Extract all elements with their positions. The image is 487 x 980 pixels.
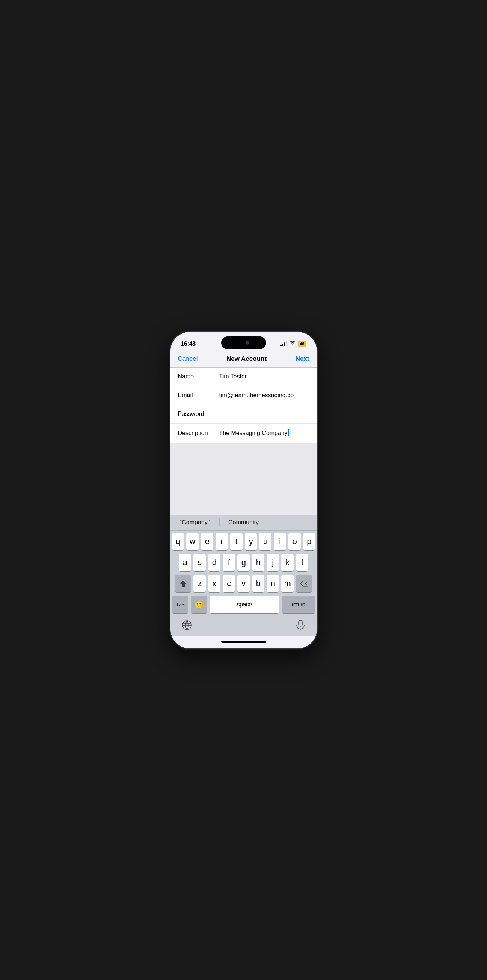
form-section: Name Tim Tester Email tim@team.themessag… — [171, 368, 317, 442]
suggestion-empty — [268, 521, 317, 524]
key-y[interactable]: y — [245, 533, 257, 550]
key-h[interactable]: h — [252, 554, 264, 571]
key-s[interactable]: s — [193, 554, 206, 571]
suggestion-company[interactable]: “Company” — [171, 517, 219, 527]
key-w[interactable]: w — [186, 533, 199, 550]
svg-rect-1 — [299, 620, 302, 626]
status-time: 16:48 — [181, 340, 196, 347]
key-row-4: 123 🙂 space return — [172, 596, 315, 613]
modal-container: Cancel New Account Next Name Tim Tester … — [171, 351, 317, 649]
dynamic-island-dot — [246, 341, 249, 345]
signal-bar-1 — [281, 345, 282, 346]
signal-bar-4 — [286, 341, 287, 346]
key-r[interactable]: r — [216, 533, 228, 550]
key-e[interactable]: e — [201, 533, 213, 550]
key-n[interactable]: n — [267, 575, 279, 592]
key-c[interactable]: c — [223, 575, 235, 592]
form-label-name: Name — [178, 373, 219, 380]
mic-icon-button[interactable] — [293, 618, 308, 633]
key-d[interactable]: d — [208, 554, 220, 571]
nav-title: New Account — [227, 355, 267, 363]
keyboard-suggestions: “Company” Community — [171, 515, 317, 531]
backspace-key[interactable] — [296, 575, 312, 592]
battery-badge: 48 — [298, 341, 306, 347]
emoji-key[interactable]: 🙂 — [191, 596, 207, 613]
form-row-email: Email tim@team.themessaging.co — [171, 386, 317, 405]
key-z[interactable]: z — [193, 575, 206, 592]
phone-screen: 16:48 48 — [171, 332, 317, 649]
key-m[interactable]: m — [281, 575, 294, 592]
phone-frame: 16:48 48 — [171, 332, 317, 649]
key-i[interactable]: i — [274, 533, 286, 550]
next-button[interactable]: Next — [295, 355, 310, 363]
cancel-button[interactable]: Cancel — [178, 355, 198, 363]
keyboard: q w e r t y u i o p a s d f g — [171, 531, 317, 616]
form-value-email[interactable]: tim@team.themessaging.co — [219, 392, 310, 399]
form-value-name[interactable]: Tim Tester — [219, 373, 310, 380]
key-u[interactable]: u — [259, 533, 271, 550]
key-row-3: z x c v b n m — [172, 575, 315, 592]
space-key[interactable]: space — [209, 596, 279, 613]
signal-bar-2 — [283, 344, 284, 346]
key-g[interactable]: g — [237, 554, 250, 571]
return-key[interactable]: return — [282, 596, 315, 613]
nav-bar: Cancel New Account Next — [171, 351, 317, 368]
key-row-2: a s d f g h j k l — [172, 554, 315, 571]
key-o[interactable]: o — [288, 533, 301, 550]
key-l[interactable]: l — [296, 554, 308, 571]
key-a[interactable]: a — [179, 554, 191, 571]
form-empty-area — [171, 442, 317, 515]
key-p[interactable]: p — [303, 533, 315, 550]
form-label-email: Email — [178, 392, 219, 399]
signal-bar-3 — [284, 342, 285, 346]
suggestion-community[interactable]: Community — [219, 517, 268, 527]
dynamic-island — [221, 336, 266, 349]
form-label-description: Description — [178, 430, 219, 437]
form-row-password: Password — [171, 405, 317, 424]
key-q[interactable]: q — [172, 533, 184, 550]
key-t[interactable]: t — [230, 533, 243, 550]
key-v[interactable]: v — [237, 575, 250, 592]
description-text: The Messaging Company — [219, 430, 287, 436]
key-b[interactable]: b — [252, 575, 264, 592]
key-k[interactable]: k — [281, 554, 294, 571]
wifi-icon — [289, 341, 295, 347]
form-value-description[interactable]: The Messaging Company — [219, 430, 310, 437]
globe-icon-button[interactable] — [179, 618, 195, 633]
form-row-description: Description The Messaging Company — [171, 424, 317, 442]
numbers-key[interactable]: 123 — [172, 596, 188, 613]
form-row-name: Name Tim Tester — [171, 368, 317, 386]
home-indicator — [171, 636, 317, 649]
text-cursor — [288, 430, 289, 436]
signal-bars-icon — [281, 342, 287, 346]
shift-key[interactable] — [175, 575, 191, 592]
key-j[interactable]: j — [267, 554, 279, 571]
keyboard-bottom-row — [171, 616, 317, 636]
form-label-password: Password — [178, 410, 219, 417]
key-f[interactable]: f — [223, 554, 235, 571]
key-row-1: q w e r t y u i o p — [172, 533, 315, 550]
home-bar — [221, 641, 266, 643]
key-x[interactable]: x — [208, 575, 220, 592]
status-icons: 48 — [281, 341, 306, 347]
